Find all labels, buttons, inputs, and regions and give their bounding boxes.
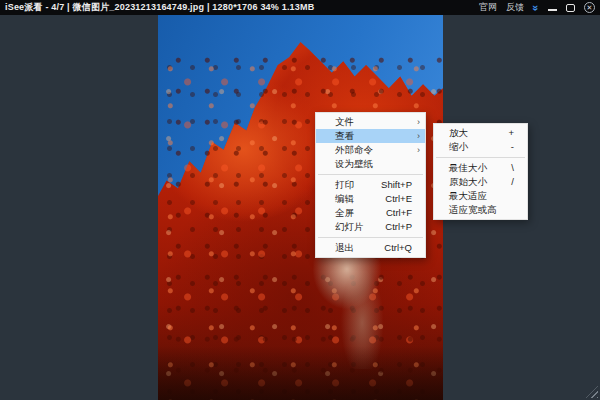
close-button[interactable]: ✕ — [584, 2, 595, 13]
submenu-arrow-icon: › — [417, 129, 420, 143]
submenu-item-best-size[interactable]: 最佳大小 \ — [434, 161, 527, 175]
window-title: iSee派看 - 4/7 | 微信图片_20231213164749.jpg |… — [5, 1, 314, 14]
shortcut-label: Ctrl+E — [385, 192, 412, 206]
context-menu: 文件 › 查看 › 外部命令 › 设为壁纸 打印 Shift+P 编辑 Ctrl… — [315, 112, 426, 258]
menu-item-external-commands[interactable]: 外部命令 › — [316, 143, 425, 157]
menu-separator — [318, 174, 423, 175]
submenu-arrow-icon: › — [417, 143, 420, 157]
shortcut-label: \ — [511, 161, 514, 175]
submenu-item-zoom-out[interactable]: 缩小 - — [434, 140, 527, 154]
menu-item-exit[interactable]: 退出 Ctrl+Q — [316, 241, 425, 255]
app-window: iSee派看 - 4/7 | 微信图片_20231213164749.jpg |… — [0, 0, 600, 400]
shortcut-label: / — [511, 175, 514, 189]
menu-item-fullscreen[interactable]: 全屏 Ctrl+F — [316, 206, 425, 220]
view-submenu: 放大 + 缩小 - 最佳大小 \ 原始大小 / 最大适应 适应宽或高 — [433, 123, 528, 220]
submenu-item-original-size[interactable]: 原始大小 / — [434, 175, 527, 189]
feedback-link[interactable]: 反馈 — [506, 1, 524, 14]
menu-separator — [436, 157, 525, 158]
shortcut-label: Ctrl+Q — [384, 241, 412, 255]
submenu-item-fit-width-or-height[interactable]: 适应宽或高 — [434, 203, 527, 217]
submenu-item-max-fit[interactable]: 最大适应 — [434, 189, 527, 203]
shortcut-label: - — [511, 140, 514, 154]
submenu-item-zoom-in[interactable]: 放大 + — [434, 126, 527, 140]
shortcut-label: Shift+P — [381, 178, 412, 192]
submenu-arrow-icon: › — [417, 115, 420, 129]
menu-item-view[interactable]: 查看 › — [316, 129, 425, 143]
menu-item-print[interactable]: 打印 Shift+P — [316, 178, 425, 192]
titlebar[interactable]: iSee派看 - 4/7 | 微信图片_20231213164749.jpg |… — [0, 0, 600, 15]
menu-item-set-wallpaper[interactable]: 设为壁纸 — [316, 157, 425, 171]
collapse-chevron-icon[interactable]: » — [531, 4, 541, 10]
official-site-link[interactable]: 官网 — [479, 1, 497, 14]
shortcut-label: Ctrl+F — [386, 206, 412, 220]
photo-shadow — [158, 346, 443, 400]
resize-grip[interactable] — [586, 386, 598, 398]
menu-item-file[interactable]: 文件 › — [316, 115, 425, 129]
minimize-button[interactable] — [548, 9, 557, 11]
shortcut-label: Ctrl+P — [385, 220, 412, 234]
menu-separator — [318, 237, 423, 238]
menu-item-slideshow[interactable]: 幻灯片 Ctrl+P — [316, 220, 425, 234]
shortcut-label: + — [508, 126, 514, 140]
menu-item-edit[interactable]: 编辑 Ctrl+E — [316, 192, 425, 206]
maximize-button[interactable] — [566, 4, 575, 12]
